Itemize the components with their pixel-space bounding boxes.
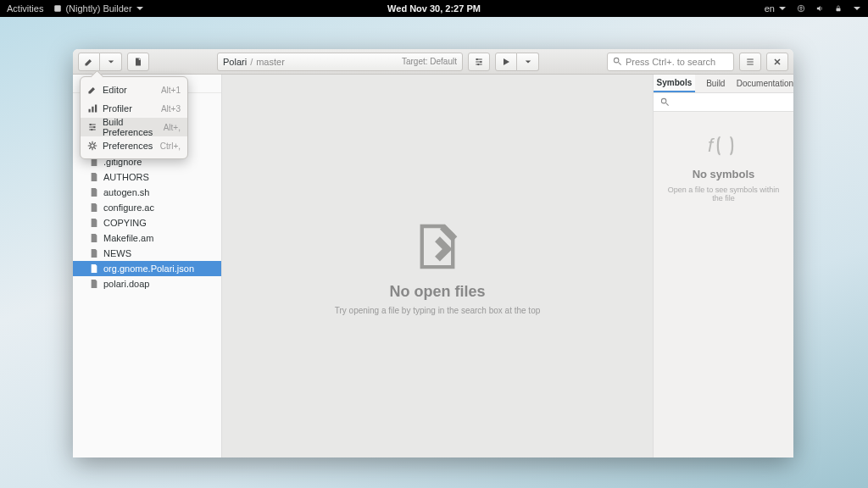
file-item[interactable]: autogen.sh: [73, 185, 221, 200]
symbols-search[interactable]: [654, 93, 793, 112]
file-item[interactable]: configure.ac: [73, 200, 221, 215]
function-icon: f: [705, 132, 743, 159]
volume-icon[interactable]: [815, 4, 824, 13]
omnibar[interactable]: Polari / master Target: Default: [217, 53, 463, 71]
file-name: polari.doap: [103, 279, 149, 289]
app-menu[interactable]: (Nightly) Builder: [53, 3, 143, 14]
panel-tabs: SymbolsBuildDocumentation: [654, 75, 793, 93]
app-icon: [53, 4, 62, 13]
popover-item-label: Preferences: [103, 141, 153, 151]
edit-document-icon: [408, 217, 467, 276]
search-placeholder: Press Ctrl+. to search: [626, 57, 715, 67]
search-input[interactable]: Press Ctrl+. to search: [607, 53, 734, 71]
popover-item-preferences[interactable]: PreferencesCtrl+,: [81, 136, 187, 155]
run-menu-button[interactable]: [517, 53, 539, 71]
sliders-icon: [474, 57, 484, 67]
panel-tab-build[interactable]: Build: [695, 75, 737, 92]
file-name: Makefile.am: [103, 233, 153, 243]
app-menu-label: (Nightly) Builder: [65, 3, 131, 14]
file-item[interactable]: Makefile.am: [73, 230, 221, 246]
svg-point-13: [91, 129, 92, 130]
svg-point-6: [477, 63, 479, 64]
build-prefs-icon: [87, 122, 97, 132]
popover-item-editor[interactable]: EditorAlt+1: [81, 80, 187, 99]
svg-point-5: [480, 60, 481, 62]
panel-tab-documentation[interactable]: Documentation: [737, 75, 793, 92]
hamburger-icon: [745, 57, 755, 67]
clock[interactable]: Wed Nov 30, 2:27 PM: [387, 3, 481, 14]
svg-point-15: [661, 98, 666, 103]
power-icon[interactable]: [853, 4, 861, 13]
popover-item-build-preferences[interactable]: Build PreferencesAlt+,: [81, 118, 187, 136]
svg-point-4: [476, 58, 478, 59]
prefs-icon: [87, 141, 97, 151]
file-name: NEWS: [103, 248, 131, 258]
chevron-down-icon: [136, 4, 144, 13]
editor-empty-title: No open files: [389, 283, 485, 301]
svg-rect-8: [89, 109, 91, 113]
svg-point-14: [91, 144, 95, 148]
file-icon: [90, 263, 98, 274]
build-config-button[interactable]: [468, 53, 490, 71]
popover-item-profiler[interactable]: ProfilerAlt+3: [81, 99, 187, 118]
file-item[interactable]: AUTHORS: [73, 169, 221, 185]
svg-point-12: [93, 126, 95, 128]
run-button[interactable]: [495, 53, 517, 71]
new-document-icon: [133, 57, 143, 67]
svg-rect-10: [95, 105, 97, 113]
target-label: Target: Default: [402, 57, 457, 66]
file-name: AUTHORS: [103, 172, 149, 182]
perspective-menu-button[interactable]: [78, 53, 122, 71]
project-name: Polari: [223, 57, 247, 67]
file-name: autogen.sh: [103, 187, 149, 197]
file-name: org.gnome.Polari.json: [103, 263, 194, 274]
activities-button[interactable]: Activities: [7, 3, 43, 14]
symbols-empty-title: No symbols: [693, 168, 755, 180]
close-icon: [773, 58, 782, 66]
file-icon: [90, 279, 98, 289]
popover-item-shortcut: Alt+,: [164, 123, 181, 132]
hamburger-menu-button[interactable]: [739, 53, 761, 71]
lang-indicator[interactable]: en: [765, 3, 787, 14]
file-name: configure.ac: [103, 202, 154, 213]
editor-area: No open files Try opening a file by typi…: [222, 75, 653, 458]
symbols-panel: SymbolsBuildDocumentation f No symbols O…: [653, 75, 793, 458]
search-icon: [613, 57, 622, 66]
popover-item-shortcut: Alt+3: [161, 104, 181, 114]
file-name: COPYING: [103, 218, 147, 228]
chevron-down-icon: [108, 58, 114, 65]
headerbar: Polari / master Target: Default Press Ct…: [73, 49, 793, 75]
close-button[interactable]: [766, 53, 788, 71]
svg-text:f: f: [707, 135, 715, 156]
gnome-topbar: Activities (Nightly) Builder Wed Nov 30,…: [0, 0, 868, 17]
file-item[interactable]: NEWS: [73, 246, 221, 261]
file-icon: [90, 233, 98, 243]
popover-item-shortcut: Alt+1: [161, 86, 181, 95]
chevron-down-icon: [778, 4, 787, 13]
svg-rect-9: [92, 107, 93, 113]
svg-rect-3: [837, 8, 841, 11]
pencil-icon: [84, 57, 94, 67]
profiler-icon: [87, 103, 97, 114]
editor-empty-hint: Try opening a file by typing in the sear…: [335, 306, 541, 315]
pencil-icon: [87, 85, 97, 95]
svg-point-2: [800, 6, 802, 8]
lock-icon[interactable]: [834, 4, 843, 13]
popover-item-label: Profiler: [103, 103, 132, 114]
panel-tab-symbols[interactable]: Symbols: [654, 75, 695, 92]
file-item[interactable]: org.gnome.Polari.json: [73, 261, 221, 276]
symbols-empty-hint: Open a file to see symbols within the fi…: [654, 186, 793, 202]
branch-name: master: [256, 57, 285, 67]
a11y-icon[interactable]: [797, 4, 805, 13]
file-item[interactable]: COPYING: [73, 215, 221, 230]
builder-window: Polari / master Target: Default Press Ct…: [73, 49, 793, 458]
play-icon: [502, 58, 510, 66]
new-document-button[interactable]: [127, 53, 149, 71]
run-button-group: [495, 53, 539, 71]
svg-point-7: [614, 58, 619, 63]
popover-item-label: Editor: [103, 85, 127, 95]
svg-rect-0: [55, 5, 62, 12]
symbols-empty-state: f No symbols Open a file to see symbols …: [654, 112, 793, 458]
perspective-popover: EditorAlt+1ProfilerAlt+3Build Preference…: [80, 76, 188, 159]
file-item[interactable]: polari.doap: [73, 276, 221, 291]
